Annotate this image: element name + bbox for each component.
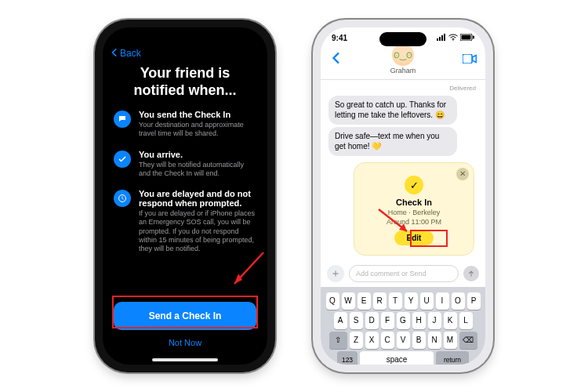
not-now-button[interactable]: Not Now <box>169 330 201 347</box>
svg-marker-2 <box>234 274 242 284</box>
svg-rect-11 <box>463 54 472 64</box>
checkin-location: Home · Berkeley <box>362 209 466 216</box>
svg-rect-10 <box>473 36 474 39</box>
notch <box>150 27 220 45</box>
signal-icon <box>437 34 446 42</box>
key-a[interactable]: A <box>334 312 347 329</box>
bullet-heading: You arrive. <box>139 150 256 159</box>
iphone-frame-left: Back Your friend is notified when... You… <box>95 20 275 372</box>
space-key[interactable]: space <box>360 351 434 365</box>
keyboard[interactable]: QWERTYUIOP ASDFGHJKL ⇧ ZXCVBNM ⌫ 123 spa… <box>321 287 485 365</box>
bullet-delayed: You are delayed and do not respond when … <box>114 189 256 253</box>
svg-rect-6 <box>444 34 445 41</box>
svg-rect-3 <box>437 38 438 41</box>
bullet-heading: You are delayed and do not respond when … <box>139 189 256 208</box>
key-z[interactable]: Z <box>350 332 363 349</box>
key-v[interactable]: V <box>397 332 410 349</box>
page-title: Your friend is notified when... <box>103 62 267 110</box>
checkin-time: Around 11:00 PM <box>362 218 466 226</box>
close-icon[interactable]: ✕ <box>456 168 469 180</box>
message-bubble[interactable]: Drive safe—text me when you get home! 💛 <box>328 127 457 156</box>
key-f[interactable]: F <box>381 312 394 329</box>
bullet-body: They will be notified automatically and … <box>139 161 256 179</box>
shift-key[interactable]: ⇧ <box>329 332 347 349</box>
key-m[interactable]: M <box>444 332 457 349</box>
send-checkin-button[interactable]: Send a Check In <box>114 302 256 330</box>
delivered-receipt: Delivered <box>327 85 479 93</box>
key-r[interactable]: R <box>373 292 387 310</box>
key-l[interactable]: L <box>459 312 473 329</box>
key-b[interactable]: B <box>412 332 426 349</box>
key-e[interactable]: E <box>358 292 371 310</box>
keyboard-row-2: ASDFGHJKL <box>323 312 483 329</box>
conversation-header: Graham <box>321 42 485 80</box>
key-s[interactable]: S <box>350 312 363 329</box>
key-n[interactable]: N <box>428 332 441 349</box>
key-d[interactable]: D <box>365 312 379 329</box>
home-indicator[interactable] <box>152 358 218 361</box>
key-q[interactable]: Q <box>326 292 339 310</box>
checkmark-badge-icon: ✓ <box>405 176 423 194</box>
bullet-body: Your destination and approximate travel … <box>139 121 256 139</box>
key-t[interactable]: T <box>389 292 402 310</box>
key-o[interactable]: O <box>452 292 465 310</box>
bullet-body: If you are delayed or if iPhone places a… <box>139 209 256 253</box>
keyboard-row-1: QWERTYUIOP <box>323 292 483 310</box>
delete-key[interactable]: ⌫ <box>459 332 477 349</box>
bullet-heading: You send the Check In <box>139 110 256 119</box>
chat-bubble-icon <box>114 111 131 128</box>
back-to-list-button[interactable] <box>328 53 344 67</box>
status-time: 9:41 <box>332 34 347 42</box>
svg-line-1 <box>234 252 263 284</box>
dynamic-island <box>379 32 426 46</box>
checkmark-icon <box>114 151 131 168</box>
numbers-key[interactable]: 123 <box>337 351 358 365</box>
contact-name: Graham <box>390 67 416 74</box>
key-c[interactable]: C <box>381 332 394 349</box>
compose-input[interactable]: Add comment or Send <box>349 265 459 282</box>
bullet-send: You send the Check In Your destination a… <box>114 110 256 139</box>
checkin-title: Check In <box>362 198 466 207</box>
compose-row: ＋ Add comment or Send <box>321 260 485 287</box>
avatar <box>392 44 414 66</box>
clock-icon <box>114 190 131 207</box>
back-label: Back <box>120 48 141 59</box>
title-line2: notified when... <box>134 82 237 98</box>
battery-icon <box>460 34 474 42</box>
message-thread[interactable]: Delivered So great to catch up. Thanks f… <box>321 80 485 260</box>
key-k[interactable]: K <box>444 312 457 329</box>
key-x[interactable]: X <box>365 332 379 349</box>
feature-bullets: You send the Check In Your destination a… <box>103 110 267 253</box>
annotation-arrow-primary <box>220 249 267 296</box>
wifi-icon <box>448 34 458 42</box>
svg-point-7 <box>452 39 454 41</box>
chevron-left-icon <box>111 48 118 59</box>
keyboard-row-3: ⇧ ZXCVBNM ⌫ <box>323 332 483 349</box>
key-i[interactable]: I <box>436 292 449 310</box>
message-text: Drive safe—text me when you get home! 💛 <box>335 132 439 151</box>
screen-checkin-intro: Back Your friend is notified when... You… <box>103 27 267 365</box>
message-text: So great to catch up. Thanks for letting… <box>335 100 446 119</box>
key-p[interactable]: P <box>467 292 481 310</box>
key-j[interactable]: J <box>428 312 441 329</box>
checkin-card[interactable]: ✕ ✓ Check In Home · Berkeley Around 11:0… <box>354 162 474 256</box>
key-u[interactable]: U <box>420 292 434 310</box>
contact-chip[interactable]: Graham <box>390 44 416 74</box>
svg-rect-5 <box>441 35 443 41</box>
svg-rect-4 <box>439 37 441 41</box>
send-button[interactable] <box>463 266 479 281</box>
message-bubble[interactable]: So great to catch up. Thanks for letting… <box>328 96 457 125</box>
key-h[interactable]: H <box>412 312 426 329</box>
bullet-arrive: You arrive. They will be notified automa… <box>114 150 256 179</box>
add-attachment-button[interactable]: ＋ <box>327 265 344 282</box>
title-line1: Your friend is <box>140 65 230 81</box>
key-y[interactable]: Y <box>405 292 418 310</box>
facetime-button[interactable] <box>462 53 477 67</box>
iphone-frame-right: 9:41 Graham <box>313 20 493 372</box>
return-key[interactable]: return <box>436 351 469 365</box>
screen-messages-thread: 9:41 Graham <box>321 27 485 365</box>
svg-rect-9 <box>462 35 471 40</box>
key-w[interactable]: W <box>342 292 355 310</box>
key-g[interactable]: G <box>397 312 410 329</box>
edit-button[interactable]: Edit <box>394 230 434 245</box>
